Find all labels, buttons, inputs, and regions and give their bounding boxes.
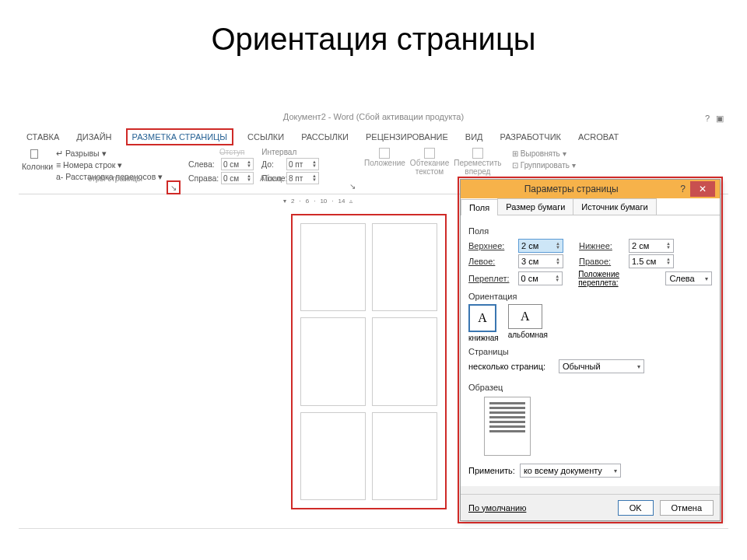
- apply-to-select[interactable]: ко всему документу▾: [520, 464, 621, 478]
- tab-references[interactable]: ССЫЛКИ: [244, 131, 287, 143]
- spacing-before-label: До:: [261, 159, 283, 169]
- orientation-group-title: Ориентация: [468, 292, 712, 301]
- portrait-icon: A: [468, 304, 496, 332]
- dialog-tab-margins[interactable]: Поля: [461, 199, 498, 215]
- dialog-tabs: Поля Размер бумаги Источник бумаги: [461, 198, 720, 215]
- gutter-input[interactable]: 0 см▲▼: [518, 271, 563, 285]
- tab-review[interactable]: РЕЦЕНЗИРОВАНИЕ: [363, 131, 451, 143]
- dialog-body: Поля Верхнее: 2 см▲▼ Нижнее: 2 см▲▼ Лево…: [461, 215, 720, 486]
- page-thumb[interactable]: [300, 317, 366, 405]
- orientation-landscape-label: альбомная: [508, 331, 548, 339]
- page-setup-group: ↵ Разрывы ▾ ≡ Номера строк ▾ a- Расстано…: [53, 146, 177, 183]
- margin-right-label: Правое:: [579, 257, 624, 266]
- default-button[interactable]: По умолчанию: [467, 501, 528, 515]
- paragraph-group: Отступ Интервал Слева: 0 см▲▼ До: 0 пт▲▼…: [185, 146, 356, 183]
- pages-group-title: Страницы: [468, 347, 712, 356]
- dialog-titlebar[interactable]: Параметры страницы ? ✕: [461, 180, 720, 198]
- tab-view[interactable]: ВИД: [462, 131, 486, 143]
- margin-top-label: Верхнее:: [468, 241, 514, 250]
- gutter-pos-label: Положение переплета:: [578, 270, 661, 287]
- tab-mailings[interactable]: РАССЫЛКИ: [298, 131, 352, 143]
- position-button[interactable]: Положение: [364, 148, 405, 167]
- dialog-help-icon[interactable]: ?: [680, 184, 686, 194]
- wrap-button[interactable]: Обтекание текстом: [410, 148, 449, 176]
- breaks-button[interactable]: ↵ Разрывы ▾: [56, 148, 174, 159]
- tab-vstavka[interactable]: СТАВКА: [23, 131, 62, 143]
- align-button[interactable]: ⊞ Выровнять ▾: [512, 148, 615, 159]
- arrange-group-2: ⊞ Выровнять ▾ ⊡ Группировать ▾: [509, 146, 618, 183]
- dialog-footer: По умолчанию OK Отмена: [461, 494, 720, 520]
- columns-label: Колонки: [22, 162, 47, 171]
- multi-pages-select[interactable]: Обычный▾: [559, 359, 644, 373]
- ok-button[interactable]: OK: [618, 500, 654, 516]
- word-screenshot: Документ2 - Word (Сбой активации продукт…: [19, 117, 728, 529]
- dialog-tab-paper[interactable]: Размер бумаги: [497, 198, 573, 215]
- tab-design[interactable]: ДИЗАЙН: [73, 131, 114, 143]
- tab-developer[interactable]: РАЗРАБОТЧИК: [497, 131, 564, 143]
- tab-page-layout[interactable]: РАЗМЕТКА СТРАНИЦЫ: [126, 128, 233, 145]
- page-setup-launcher[interactable]: ↘: [167, 180, 181, 194]
- group-label-paragraph: Абзац: [185, 174, 356, 183]
- help-icon[interactable]: ?: [705, 114, 710, 124]
- multi-pages-label: несколько страниц:: [468, 362, 554, 371]
- indent-left-label: Слева:: [188, 159, 218, 169]
- tab-acrobat[interactable]: ACROBAT: [575, 131, 622, 143]
- dialog-tab-source[interactable]: Источник бумаги: [573, 198, 656, 215]
- orientation-portrait[interactable]: A книжная: [468, 304, 499, 342]
- margin-left-input[interactable]: 3 см▲▼: [518, 254, 563, 268]
- paragraph-launcher[interactable]: ↘: [345, 180, 359, 194]
- slide-title: Ориентация страницы: [0, 0, 747, 72]
- spacing-before-input[interactable]: 0 пт▲▼: [286, 158, 319, 170]
- page-setup-dialog: Параметры страницы ? ✕ Поля Размер бумаг…: [460, 179, 721, 521]
- page-thumb[interactable]: [300, 412, 366, 500]
- indent-header: Отступ: [219, 148, 244, 156]
- ribbon-tabs: СТАВКА ДИЗАЙН РАЗМЕТКА СТРАНИЦЫ ССЫЛКИ Р…: [23, 128, 622, 145]
- page-thumbnails: [291, 214, 447, 509]
- ruler: ▾2·6·10·14▵: [283, 195, 479, 206]
- margins-group-title: Поля: [468, 226, 712, 236]
- forward-button[interactable]: Переместить вперед: [454, 148, 501, 176]
- page-thumb[interactable]: [372, 412, 437, 500]
- app-title: Документ2 - Word (Сбой активации продукт…: [19, 112, 728, 121]
- spacing-header: Интервал: [261, 148, 296, 156]
- ribbon-opts-icon[interactable]: ▣: [716, 114, 724, 124]
- dialog-close-button[interactable]: ✕: [690, 181, 715, 197]
- margin-left-label: Левое:: [468, 257, 514, 266]
- orientation-portrait-label: книжная: [468, 334, 499, 342]
- page-thumb[interactable]: [372, 317, 437, 405]
- margin-right-input[interactable]: 1.5 см▲▼: [629, 254, 674, 268]
- page-thumb[interactable]: [372, 223, 437, 311]
- margin-top-input[interactable]: 2 см▲▼: [518, 239, 563, 253]
- margin-bottom-input[interactable]: 2 см▲▼: [629, 239, 674, 253]
- arrange-group: Положение Обтекание текстом Переместить …: [361, 146, 501, 183]
- page-thumb[interactable]: [300, 223, 366, 311]
- landscape-icon: A: [508, 304, 542, 329]
- group-button[interactable]: ⊡ Группировать ▾: [512, 159, 615, 171]
- group-label-page-setup: етры страницы: [53, 174, 177, 183]
- apply-to-label: Применить:: [468, 466, 515, 475]
- dialog-title: Параметры страницы: [465, 184, 677, 194]
- margin-bottom-label: Нижнее:: [579, 241, 624, 250]
- columns-button[interactable]: Колонки: [19, 146, 50, 183]
- preview-thumbnail: [484, 397, 531, 456]
- cancel-button[interactable]: Отмена: [660, 500, 714, 516]
- preview-group-title: Образец: [468, 383, 712, 392]
- indent-left-input[interactable]: 0 см▲▼: [221, 158, 254, 170]
- line-numbers-button[interactable]: ≡ Номера строк ▾: [56, 159, 174, 171]
- gutter-pos-select[interactable]: Слева▾: [665, 271, 712, 285]
- window-controls: ? ▣: [705, 114, 724, 124]
- gutter-label: Переплет:: [468, 274, 514, 283]
- orientation-landscape[interactable]: A альбомная: [508, 304, 548, 339]
